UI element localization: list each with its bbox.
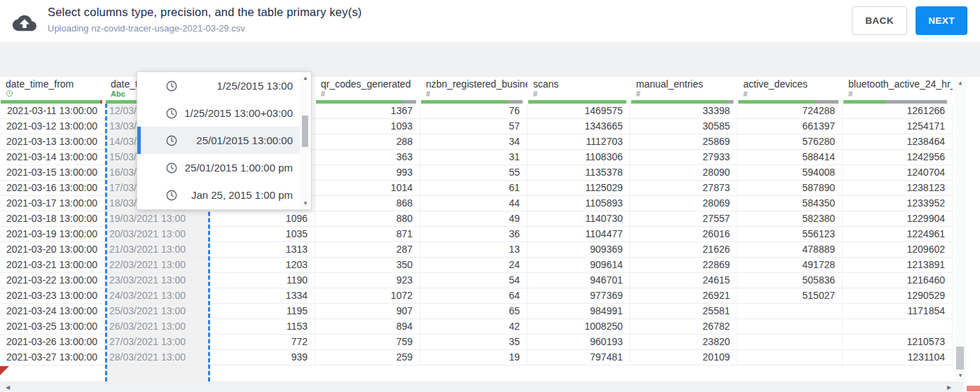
table-cell[interactable]: 923 [315,273,420,288]
table-cell[interactable]: 1112703 [527,134,630,149]
table-cell[interactable]: 20109 [630,350,738,365]
table-cell[interactable]: 2021-03-17 13:00:00 [0,196,105,211]
table-cell[interactable]: 1238123 [843,181,953,195]
table-cell[interactable]: 2021-03-20 13:00:00 [0,242,105,257]
table-cell[interactable]: 894 [315,319,420,334]
table-cell[interactable]: 1334 [210,288,315,303]
table-cell[interactable]: 1242956 [843,150,953,164]
table-cell[interactable]: 478889 [738,242,843,257]
table-cell[interactable]: 36 [420,227,527,241]
table-cell[interactable]: 1171854 [843,304,953,318]
table-cell[interactable]: 2021-03-23 13:00:00 [0,288,105,303]
table-cell[interactable]: 1108306 [527,150,630,164]
table-cell[interactable]: 946701 [527,273,630,288]
table-cell[interactable]: 515027 [738,288,843,303]
table-cell[interactable]: 363 [315,150,420,164]
table-cell[interactable]: 491728 [738,258,843,272]
table-cell[interactable]: 25/03/2021 13:00 [105,304,210,318]
column-header[interactable]: active_devices # [738,77,843,104]
table-cell[interactable]: 759 [315,335,420,349]
table-cell[interactable]: 1153 [210,319,315,334]
table-cell[interactable]: 1209602 [843,242,953,257]
table-cell[interactable]: 28/03/2021 13:00 [105,350,210,365]
scroll-right-icon[interactable]: ▶ [947,384,951,391]
table-cell[interactable] [738,335,843,349]
table-cell[interactable]: 2021-03-12 13:00:00 [0,119,105,134]
column-header[interactable]: date_time_from [0,77,105,104]
table-cell[interactable]: 30585 [630,119,738,134]
table-cell[interactable]: 582380 [738,211,843,226]
table-cell[interactable]: 61 [420,181,527,195]
table-cell[interactable]: 1261266 [843,104,953,118]
table-cell[interactable]: 1254171 [843,119,953,134]
table-cell[interactable]: 505836 [738,273,843,288]
table-cell[interactable]: 909614 [527,258,630,272]
table-cell[interactable]: 1469575 [527,104,630,118]
table-cell[interactable]: 26921 [630,288,738,303]
table-cell[interactable]: 576280 [738,134,843,149]
table-cell[interactable]: 960193 [527,335,630,349]
table-cell[interactable]: 2021-03-14 13:00:00 [0,150,105,164]
table-cell[interactable]: 23/03/2021 13:00 [105,273,210,288]
table-cell[interactable]: 984991 [527,304,630,318]
table-cell[interactable]: 259 [315,350,420,365]
table-cell[interactable]: 1105893 [527,196,630,211]
column-header[interactable]: qr_codes_generated # [315,77,420,104]
table-cell[interactable]: 1104477 [527,227,630,241]
table-cell[interactable]: 64 [420,288,527,303]
scroll-down-icon[interactable]: ▼ [300,200,311,206]
table-cell[interactable]: 1238464 [843,134,953,149]
table-cell[interactable]: 26016 [630,227,738,241]
horizontal-scrollbar[interactable]: ◀ ▶ [0,382,964,392]
table-cell[interactable]: 1213891 [843,258,953,272]
format-option[interactable]: Jan 25, 2015 1:00 pm [137,181,300,209]
table-cell[interactable]: 909369 [527,242,630,257]
table-cell[interactable]: 33398 [630,104,738,118]
table-cell[interactable]: 907 [315,304,420,318]
table-cell[interactable]: 49 [420,211,527,226]
table-cell[interactable] [738,350,843,365]
table-cell[interactable]: 797481 [527,350,630,365]
table-cell[interactable]: 2021-03-27 13:00:00 [0,350,105,365]
table-cell[interactable]: 31 [420,150,527,164]
table-cell[interactable]: 1096 [210,211,315,226]
table-cell[interactable]: 2021-03-15 13:00:00 [0,165,105,180]
table-cell[interactable]: 2021-03-19 13:00:00 [0,227,105,241]
table-cell[interactable]: 868 [315,196,420,211]
table-cell[interactable]: 19 [420,350,527,365]
table-cell[interactable]: 993 [315,165,420,180]
table-cell[interactable]: 1190 [210,273,315,288]
table-cell[interactable]: 22869 [630,258,738,272]
table-cell[interactable]: 1231104 [843,350,953,365]
table-cell[interactable]: 1224961 [843,227,953,241]
next-button[interactable]: NEXT [916,6,967,35]
column-header[interactable]: nzbn_registered_busine # [420,77,527,104]
format-option[interactable]: 25/01/2015 13:00:00 [137,127,300,154]
table-cell[interactable]: 2021-03-18 13:00:00 [0,211,105,226]
table-cell[interactable]: 42 [420,319,527,334]
table-cell[interactable]: 24/03/2021 13:00 [105,288,210,303]
table-cell[interactable]: 1229904 [843,211,953,226]
scroll-down-icon[interactable]: ▼ [954,372,967,379]
table-cell[interactable]: 27/03/2021 13:00 [105,335,210,349]
table-cell[interactable]: 1093 [315,119,420,134]
table-cell[interactable]: 44 [420,196,527,211]
table-cell[interactable]: 28090 [630,165,738,180]
table-cell[interactable]: 19/03/2021 13:00 [105,211,210,226]
table-cell[interactable]: 27933 [630,150,738,164]
format-option[interactable]: 25/01/2015 1:00:00 pm [137,154,300,181]
table-cell[interactable]: 556123 [738,227,843,241]
table-cell[interactable]: 1072 [315,288,420,303]
table-cell[interactable] [843,319,953,334]
table-cell[interactable]: 2021-03-16 13:00:00 [0,181,105,195]
table-cell[interactable]: 2021-03-25 13:00:00 [0,319,105,334]
table-cell[interactable] [738,304,843,318]
table-cell[interactable]: 1290529 [843,288,953,303]
table-cell[interactable]: 588414 [738,150,843,164]
table-cell[interactable]: 1203 [210,258,315,272]
scroll-up-icon[interactable]: ▲ [954,80,967,86]
column-header[interactable]: scans # [527,77,630,104]
table-cell[interactable]: 1135378 [527,165,630,180]
table-cell[interactable]: 587890 [738,181,843,195]
table-cell[interactable]: 27873 [630,181,738,195]
